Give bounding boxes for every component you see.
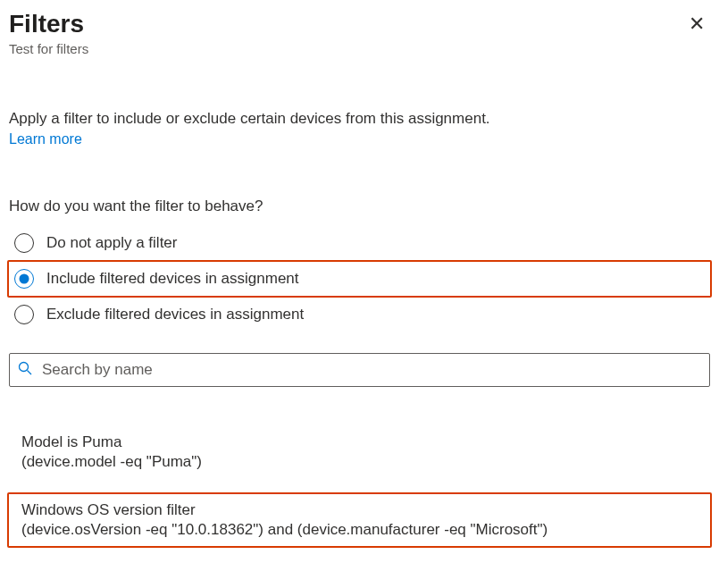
page-title: Filters (9, 9, 88, 39)
radio-label: Include filtered devices in assignment (46, 270, 299, 288)
filter-name: Model is Puma (21, 433, 698, 451)
description-text: Apply a filter to include or exclude cer… (9, 110, 710, 128)
radio-circle-icon (14, 305, 34, 324)
header-titles: Filters Test for filters (9, 9, 88, 56)
behavior-radio-group: Do not apply a filter Include filtered d… (9, 226, 710, 332)
search-input[interactable] (9, 353, 710, 387)
filter-list: Model is Puma (device.model -eq "Puma") … (9, 426, 710, 548)
radio-dot-icon (20, 273, 29, 283)
behavior-question: How do you want the filter to behave? (9, 197, 710, 215)
filter-name: Windows OS version filter (21, 501, 698, 519)
panel-header: Filters Test for filters ✕ (9, 9, 710, 56)
radio-label: Do not apply a filter (46, 234, 177, 252)
filter-item-windows-os[interactable]: Windows OS version filter (device.osVers… (7, 492, 712, 548)
page-subtitle: Test for filters (9, 41, 88, 56)
filter-expression: (device.model -eq "Puma") (21, 453, 698, 471)
learn-more-link[interactable]: Learn more (9, 131, 82, 147)
radio-circle-icon (14, 233, 34, 253)
radio-include-filtered[interactable]: Include filtered devices in assignment (7, 260, 712, 298)
search-wrapper (9, 353, 710, 387)
radio-label: Exclude filtered devices in assignment (46, 306, 304, 323)
close-icon[interactable]: ✕ (683, 13, 710, 36)
radio-do-not-apply[interactable]: Do not apply a filter (9, 226, 710, 260)
svg-line-1 (28, 370, 32, 374)
radio-circle-icon (14, 269, 34, 289)
radio-exclude-filtered[interactable]: Exclude filtered devices in assignment (9, 298, 710, 332)
filter-expression: (device.osVersion -eq "10.0.18362") and … (21, 521, 698, 539)
svg-point-0 (20, 362, 29, 371)
filter-item-puma[interactable]: Model is Puma (device.model -eq "Puma") (9, 426, 710, 478)
search-icon (18, 361, 32, 379)
